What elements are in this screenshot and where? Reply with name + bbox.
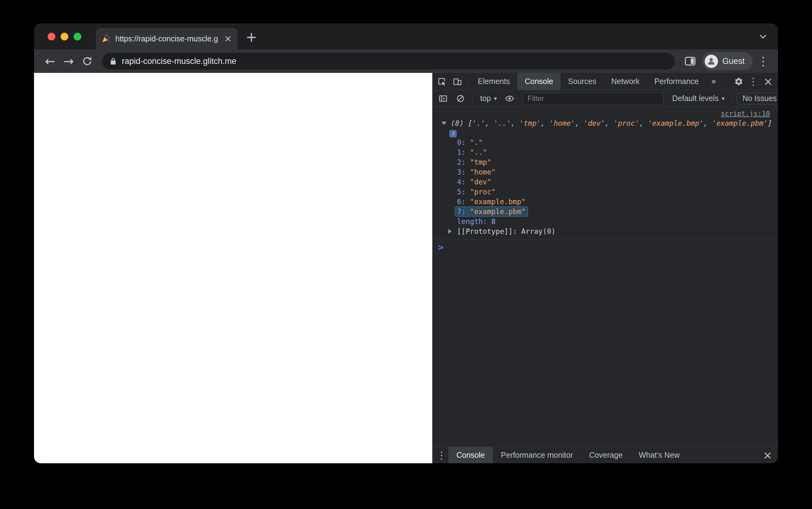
preview-item: 'home'	[550, 119, 575, 127]
drawer-tab-performance-monitor[interactable]: Performance monitor	[493, 447, 581, 463]
array-entry-row: 5: "proc"	[432, 187, 778, 197]
drawer-tab-console[interactable]: Console	[448, 447, 493, 463]
preview-item: 'example.bmp'	[648, 119, 704, 127]
info-icon: i	[449, 130, 457, 137]
log-levels-selector[interactable]: Default levels ▾	[669, 94, 727, 103]
prompt-chevron-icon: >	[437, 243, 444, 252]
drawer-tab-whats-new[interactable]: What's New	[631, 447, 688, 463]
profile-button[interactable]: Guest	[702, 52, 753, 70]
filter-input[interactable]	[523, 93, 663, 104]
reload-button[interactable]	[78, 52, 96, 70]
tab-console[interactable]: Console	[517, 73, 561, 90]
array-entry-row: 6: "example.bmp"	[432, 197, 778, 207]
minimize-window-button[interactable]	[61, 33, 68, 40]
browser-tab[interactable]: https://rapid-concise-muscle.g ×	[96, 28, 238, 49]
array-entry-row: 2: "tmp"	[432, 157, 778, 167]
preview-item: '..'	[494, 119, 511, 127]
url-text: rapid-concise-muscle.glitch.me	[122, 57, 237, 66]
browser-menu-kebab-icon[interactable]: ⋮	[755, 52, 771, 70]
window-controls	[48, 33, 81, 40]
preview-item: 'dev'	[584, 119, 605, 127]
address-bar[interactable]: rapid-concise-muscle.glitch.me	[102, 53, 675, 69]
array-entry-row: 3: "home"	[432, 167, 778, 177]
preview-item: 'example.pbm'	[712, 119, 768, 127]
array-preview-row[interactable]: (8) ['.', '..', 'tmp', 'home', 'dev', 'p…	[432, 118, 778, 128]
devtools-close-icon[interactable]: ×	[760, 75, 776, 88]
devtools-menu-kebab-icon[interactable]: ⋮	[746, 76, 760, 88]
chevron-down-icon: ▾	[494, 95, 497, 102]
devtools-panel: Elements Console Sources Network Perform…	[432, 73, 778, 463]
prototype-row[interactable]: [[Prototype]]: Array(0)	[432, 227, 778, 236]
new-tab-button[interactable]: +	[244, 29, 259, 44]
array-entry-row: 4: "dev"	[432, 177, 778, 187]
context-selector-label: top	[480, 94, 491, 103]
tab-sources[interactable]: Sources	[561, 73, 604, 90]
expand-arrow-icon[interactable]	[448, 229, 451, 234]
array-entry-row: 1: ".."	[432, 147, 778, 157]
window-content: Elements Console Sources Network Perform…	[34, 73, 778, 463]
profile-label: Guest	[722, 57, 745, 66]
drawer-close-icon[interactable]: ×	[759, 449, 776, 462]
devtools-drawer-bar: ⋮ Console Performance monitor Coverage W…	[432, 447, 778, 463]
log-levels-label: Default levels	[672, 94, 719, 103]
side-panel-icon[interactable]	[685, 57, 695, 66]
collapse-arrow-icon[interactable]	[442, 122, 446, 125]
forward-button[interactable]: →	[59, 52, 78, 70]
preview-item: '.'	[472, 119, 485, 127]
more-tabs-icon[interactable]: »	[706, 76, 721, 87]
array-count: (8)	[451, 119, 464, 127]
inspect-element-icon[interactable]	[434, 75, 449, 88]
preview-item: 'tmp'	[520, 119, 541, 127]
tab-title: https://rapid-concise-muscle.g	[115, 34, 220, 43]
array-entry-row: 0: "."	[432, 137, 778, 147]
browser-window: https://rapid-concise-muscle.g × + ← → r…	[34, 24, 778, 463]
party-popper-icon	[101, 34, 111, 43]
device-toolbar-icon[interactable]	[449, 75, 465, 88]
drawer-tab-coverage[interactable]: Coverage	[581, 447, 630, 463]
fullscreen-window-button[interactable]	[73, 33, 81, 40]
close-window-button[interactable]	[48, 33, 55, 40]
array-length-row: length: 8	[432, 216, 778, 227]
source-link[interactable]: script.js:10	[721, 110, 770, 117]
drawer-menu-kebab-icon[interactable]: ⋮	[435, 449, 448, 461]
devtools-tab-bar: Elements Console Sources Network Perform…	[432, 73, 778, 90]
context-selector[interactable]: top ▾	[477, 94, 500, 103]
live-expression-eye-icon[interactable]	[502, 92, 517, 105]
clear-console-icon[interactable]	[453, 92, 468, 105]
console-message: script.js:10 (8) ['.', '..', 'tmp', 'hom…	[432, 108, 778, 240]
lock-icon[interactable]	[110, 57, 117, 65]
chevron-down-icon: ▾	[722, 95, 724, 102]
devtools-settings-gear-icon[interactable]	[731, 75, 746, 88]
page-content	[34, 73, 432, 463]
tab-search-chevron-icon[interactable]	[758, 33, 768, 41]
tab-network[interactable]: Network	[604, 73, 647, 90]
tab-performance[interactable]: Performance	[647, 73, 706, 90]
search-highlight: 7: "example.pbm"	[455, 207, 528, 216]
console-sidebar-icon[interactable]	[435, 92, 451, 105]
back-button[interactable]: ←	[41, 52, 59, 70]
console-toolbar: top ▾ Default levels ▾ No Issues	[432, 90, 778, 107]
browser-toolbar: ← → rapid-concise-muscle.glitch.me Guest…	[34, 49, 778, 73]
console-messages: script.js:10 (8) ['.', '..', 'tmp', 'hom…	[432, 107, 778, 447]
issues-badge[interactable]: No Issues	[737, 93, 778, 104]
avatar-person-icon	[705, 55, 718, 68]
tab-close-icon[interactable]: ×	[224, 34, 232, 43]
console-prompt[interactable]: >	[432, 240, 778, 252]
preview-item: 'proc'	[614, 119, 639, 127]
tab-strip: https://rapid-concise-muscle.g × +	[34, 24, 778, 49]
array-entry-row-highlighted: 7: "example.pbm"	[432, 207, 778, 216]
tab-elements[interactable]: Elements	[470, 73, 517, 90]
